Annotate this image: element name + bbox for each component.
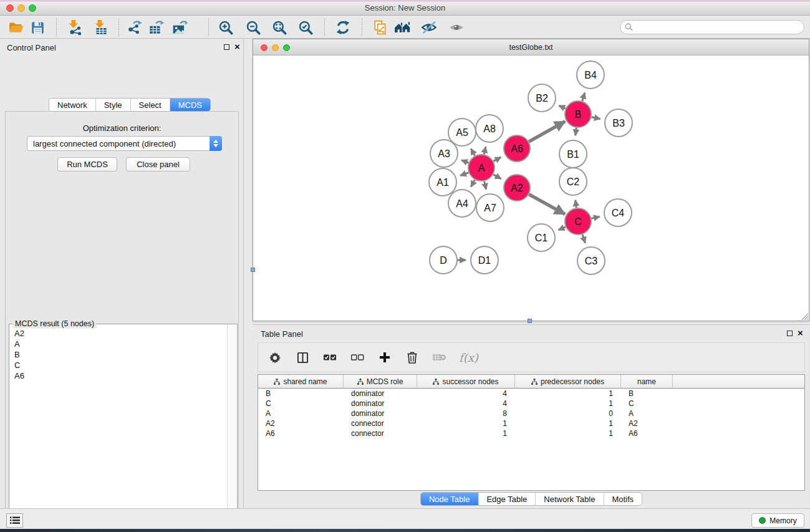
graph-edge-A-A1[interactable]	[460, 173, 468, 176]
table-cell[interactable]: A	[258, 409, 344, 418]
export-image-button[interactable]	[170, 18, 190, 37]
graph-node-A3[interactable]: A3	[430, 140, 458, 167]
save-session-button[interactable]	[27, 18, 47, 37]
table-tab-network-table[interactable]: Network Table	[536, 493, 604, 505]
task-history-button[interactable]	[6, 513, 23, 528]
table-cell[interactable]: 1	[515, 399, 621, 409]
table-row[interactable]: Cdominator41C	[258, 399, 804, 409]
resize-grip-icon[interactable]	[799, 311, 808, 320]
graph-edge-B-B4[interactable]	[582, 93, 585, 101]
graph-edge-A-A4[interactable]	[471, 180, 475, 186]
table-cell[interactable]: connector	[344, 428, 417, 438]
graph-node-A[interactable]: A	[468, 155, 494, 181]
table-float-panel-icon[interactable]	[787, 331, 793, 336]
graph-edge-A6-B[interactable]	[529, 122, 565, 142]
graph-node-A7[interactable]: A7	[476, 194, 504, 221]
table-cell[interactable]: 4	[417, 399, 515, 409]
home-button[interactable]	[393, 18, 413, 37]
table-cell[interactable]: A6	[258, 428, 344, 438]
table-cell[interactable]: A2	[258, 418, 344, 428]
table-tab-node-table[interactable]: Node Table	[421, 493, 479, 505]
table-cell[interactable]: connector	[344, 418, 417, 428]
table-cell[interactable]: 1	[515, 418, 621, 428]
network-window-titlebar[interactable]: testGlobe.txt	[253, 39, 809, 56]
mcds-result-item[interactable]: A	[10, 339, 226, 349]
graph-node-A8[interactable]: A8	[476, 115, 503, 142]
hide-panel-button[interactable]	[419, 18, 439, 37]
import-network-button[interactable]	[65, 18, 85, 37]
graph-edge-C-C4[interactable]	[592, 216, 600, 218]
delete-row-button[interactable]	[404, 349, 420, 365]
column-header-name[interactable]: name	[621, 375, 673, 389]
graph-node-A4[interactable]: A4	[448, 190, 476, 217]
select-all-columns-button[interactable]	[322, 349, 338, 365]
table-cell[interactable]: 0	[515, 409, 621, 418]
graph-edge-B-B2[interactable]	[559, 105, 566, 109]
table-cell[interactable]: dominator	[344, 389, 417, 399]
mcds-result-item[interactable]: B	[10, 349, 226, 360]
add-row-button[interactable]	[377, 349, 393, 365]
criterion-dropdown[interactable]: largest connected component (directed)	[27, 136, 222, 151]
zoom-out-button[interactable]	[243, 18, 263, 37]
graph-node-C3[interactable]: C3	[577, 247, 605, 274]
zoom-fit-button[interactable]	[269, 18, 289, 37]
close-panel-icon[interactable]: ×	[234, 42, 240, 52]
table-tab-edge-table[interactable]: Edge Table	[478, 493, 536, 505]
graph-node-B2[interactable]: B2	[528, 84, 556, 112]
graph-node-A5[interactable]: A5	[448, 118, 476, 146]
network-graph[interactable]: B4B2BB3A5A8A6A3B1AA1C2A2A4A7C4CC1C3DD1	[253, 56, 809, 321]
graph-edge-A-A8[interactable]	[484, 147, 486, 154]
float-panel-icon[interactable]	[224, 44, 229, 50]
memory-button[interactable]: Memory	[751, 513, 804, 528]
open-session-button[interactable]	[6, 18, 26, 37]
refresh-layout-button[interactable]	[333, 18, 353, 37]
table-cell[interactable]: 1	[515, 428, 621, 438]
graph-node-C[interactable]: C	[565, 208, 591, 235]
graph-node-A2[interactable]: A2	[504, 175, 530, 201]
graph-edge-C-C2[interactable]	[576, 200, 577, 208]
table-tab-motifs[interactable]: Motifs	[604, 493, 642, 505]
table-close-panel-icon[interactable]: ×	[798, 328, 803, 338]
first-neighbors-button[interactable]	[370, 18, 390, 37]
import-table-button[interactable]	[91, 18, 111, 37]
close-panel-button[interactable]: Close panel	[126, 157, 190, 172]
table-cell[interactable]: 1	[417, 428, 515, 438]
table-row[interactable]: Bdominator41B	[258, 389, 804, 399]
graph-edge-C-C3[interactable]	[582, 235, 586, 243]
tab-network[interactable]: Network	[49, 99, 96, 111]
graph-node-D[interactable]: D	[430, 246, 457, 274]
delete-table-button[interactable]	[432, 349, 448, 365]
column-header-mcds-role[interactable]: MCDS role	[344, 375, 417, 389]
table-cell[interactable]: C	[258, 399, 344, 409]
zoom-in-button[interactable]	[216, 18, 236, 37]
search-field[interactable]	[620, 20, 804, 34]
graph-node-B3[interactable]: B3	[605, 109, 632, 137]
graph-node-A1[interactable]: A1	[429, 168, 456, 196]
graph-edge-A-A6[interactable]	[493, 157, 501, 162]
table-cell[interactable]: 1	[417, 418, 515, 428]
table-cell[interactable]: B	[258, 389, 344, 399]
graph-node-C2[interactable]: C2	[559, 168, 587, 195]
table-cell[interactable]: A	[621, 409, 673, 418]
export-network-button[interactable]	[125, 18, 145, 37]
run-mcds-button[interactable]: Run MCDS	[57, 157, 117, 172]
graph-node-D1[interactable]: D1	[471, 246, 498, 274]
graph-node-C1[interactable]: C1	[528, 224, 555, 251]
tab-style[interactable]: Style	[96, 99, 131, 111]
table-cell[interactable]: dominator	[344, 409, 417, 418]
show-panel-button[interactable]	[446, 18, 466, 37]
deselect-all-columns-button[interactable]	[349, 349, 365, 365]
search-input[interactable]	[636, 22, 804, 33]
table-cell[interactable]: 1	[515, 389, 621, 399]
function-builder-button[interactable]: f(x)	[459, 351, 478, 364]
table-cell[interactable]: A6	[621, 428, 673, 438]
graph-edge-A2-C[interactable]	[529, 195, 565, 215]
graph-edge-A-A5[interactable]	[471, 148, 475, 155]
graph-node-B[interactable]: B	[565, 101, 591, 127]
mcds-result-item[interactable]: C	[10, 360, 226, 370]
graph-edge-B-B3[interactable]	[592, 117, 600, 119]
graph-edge-B-B1[interactable]	[576, 128, 577, 135]
graph-edge-A-A2[interactable]	[493, 175, 501, 179]
table-cell[interactable]: B	[621, 389, 673, 399]
export-table-button[interactable]	[146, 18, 166, 37]
